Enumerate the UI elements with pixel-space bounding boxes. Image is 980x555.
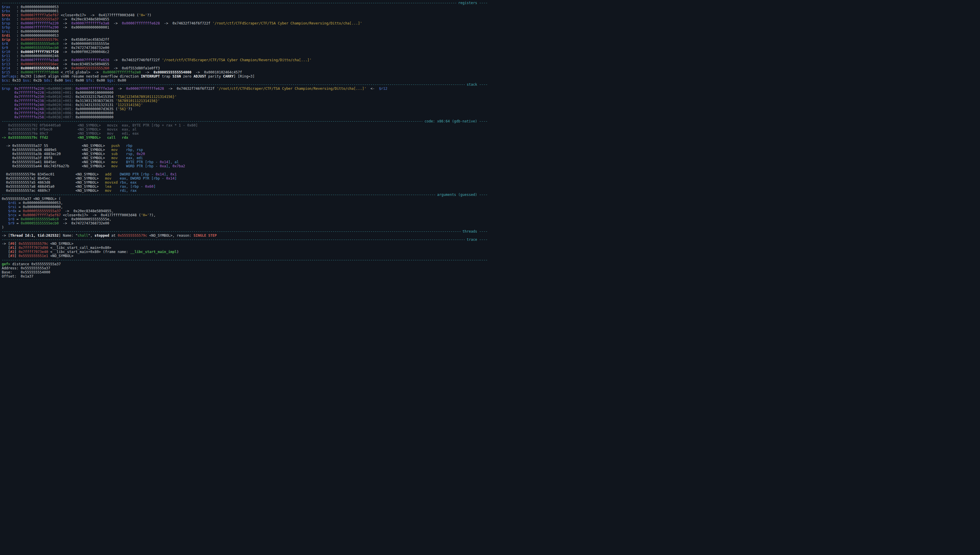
register-row: $rip : 0x000055555555579c -> 0x458b01ec4…	[2, 38, 488, 42]
separator-dashes-tail	[479, 192, 488, 197]
separator-dashes	[2, 1, 456, 5]
current-instruction-line: -> 0x55555555579c ffd2 <NO_SYMBOL> call …	[2, 136, 488, 140]
trace-frame-row: [#2] 0x7ffff7973e40 <__libc_start_main+0…	[2, 250, 488, 254]
terminal-output: registers $rax : 0x0000000000000053$rbx …	[0, 0, 490, 278]
code-line: 0x555555555a41 8845ec <NO_SYMBOL> mov BY…	[2, 160, 488, 164]
trace-frame-row: [#1] 0x7ffff7973d90 <__libc_start_call_m…	[2, 246, 488, 250]
separator-dashes-tail	[479, 258, 488, 262]
trace-frame-row: -> [#0] 0x55555555579c <NO_SYMBOL>	[2, 242, 488, 246]
console-output-line: Address: 0x555555555a37	[2, 266, 488, 270]
separator-dashes	[2, 237, 464, 242]
trace-panel: -> [#0] 0x55555555579c <NO_SYMBOL> [#1] …	[2, 242, 488, 258]
register-row: $r10 : 0x00007ffff7957f20 -> 0x000f00220…	[2, 50, 488, 54]
gef-prompt-line[interactable]: gef> distance 0x555555555a37	[2, 262, 488, 266]
code-panel: 0x555555555792 0fb64405a0 <NO_SYMBOL> mo…	[2, 123, 488, 192]
register-row: $rdi : 0x0000000000000053	[2, 34, 488, 38]
register-row: $r9 : 0x000055555555ecb0 -> 0x7472747368…	[2, 46, 488, 50]
prompt-panel: gef> distance 0x555555555a37Address: 0x5…	[2, 262, 488, 278]
argument-row: $rcx = 0x00007ffff7a5ef67 <close+0x17> -…	[2, 213, 488, 217]
stack-row: 0x7fffffffe238|+0x0018|+003: 0x313031393…	[2, 99, 488, 103]
section-separator-arguments: arguments (guessed)	[2, 192, 488, 197]
stack-row: 0x7fffffffe248|+0x0028|+005: 0x000000000…	[2, 107, 488, 111]
code-line	[2, 140, 488, 144]
code-line: 0x555555555797 0fbec0 <NO_SYMBOL> movsx …	[2, 127, 488, 132]
code-line: 0x555555555792 0fb64405a0 <NO_SYMBOL> mo…	[2, 123, 488, 127]
register-row: $r8 : 0x000055555555e6c0 -> 0x0000000555…	[2, 42, 488, 46]
register-row: $eflags: 0x293 [ident align vx86 resume …	[2, 74, 488, 79]
separator-label-registers: registers	[456, 1, 479, 5]
code-line: 0x555555555a3b 4883ec20 <NO_SYMBOL> sub …	[2, 152, 488, 156]
trace-frame-row: [#3] 0x5555555551e1 <NO_SYMBOL>	[2, 254, 488, 258]
register-row: $rsp : 0x00007fffffffe220 -> 0x00007ffff…	[2, 21, 488, 26]
separator-dashes-tail	[479, 237, 488, 242]
separator-label-threads: threads	[461, 229, 479, 234]
code-line: 0x55555555579a 89c7 <NO_SYMBOL> mov edi,…	[2, 132, 488, 136]
separator-dashes-tail	[479, 1, 488, 5]
stack-panel: $rsp 0x7fffffffe220|+0x0000|+000: 0x0000…	[2, 87, 488, 119]
separator-dashes-tail	[479, 229, 488, 234]
stack-row: 0x7fffffffe258|+0x0038|+007: 0x000000000…	[2, 115, 488, 119]
separator-dashes	[2, 82, 464, 87]
code-line: 0x5555555557a2 8b45ec <NO_SYMBOL> mov ea…	[2, 176, 488, 180]
code-line: 0x555555555a38 4889e5 <NO_SYMBOL> mov rb…	[2, 148, 488, 152]
code-line: 0x555555555a44 66c745f6a27b <NO_SYMBOL> …	[2, 164, 488, 168]
separator-label-code: code: x86:64 (gdb-native)	[423, 119, 479, 123]
console-output-line: Offset: 0x1a37	[2, 274, 488, 278]
code-line: 0x55555555579e 8345ec01 <NO_SYMBOL> add …	[2, 172, 488, 176]
code-line	[2, 168, 488, 172]
argument-row: $rdi = 0x0000000000000053,	[2, 201, 488, 205]
register-row: $rcx : 0x00007ffff7a5ef67 <close+0x17> -…	[2, 13, 488, 17]
register-row: $r13 : 0x00005555555556ec -> 0xec834853e…	[2, 62, 488, 66]
argument-row: 0x555555555a37 <NO_SYMBOL> (	[2, 197, 488, 201]
thread-row: -> [Thread Id:1, tid:202532] Name: "chal…	[2, 234, 488, 237]
separator-dashes	[2, 192, 435, 197]
arguments-panel: 0x555555555a37 <NO_SYMBOL> ( $rdi = 0x00…	[2, 197, 488, 229]
code-line: 0x5555555557a8 488d45a0 <NO_SYMBOL> lea …	[2, 184, 488, 189]
argument-row: $r8 = 0x000055555555e6c0 -> 0x0000000555…	[2, 217, 488, 221]
register-row: $rbp : 0x00007fffffffe290 -> 0x000000000…	[2, 26, 488, 29]
register-row: $cs: 0x33 $ss: 0x2b $ds: 0x00 $es: 0x00 …	[2, 79, 488, 82]
separator-dashes	[2, 119, 423, 123]
register-row: $r14 : 0x000055555555bdc8 -> 0x000055555…	[2, 66, 488, 70]
separator-dashes-tail	[479, 82, 488, 87]
gef-terminal[interactable]: { "palette": { "background": "#10151d", …	[0, 0, 490, 278]
threads-panel: -> [Thread Id:1, tid:202532] Name: "chal…	[2, 234, 488, 237]
argument-row: $rsi = 0x0000000000000000,	[2, 205, 488, 209]
registers-panel: $rax : 0x0000000000000053$rbx : 0x000000…	[2, 5, 488, 82]
section-separator-code: code: x86:64 (gdb-native)	[2, 119, 488, 123]
section-separator-stack: stack	[2, 82, 488, 87]
console-output-line: Base: 0x555555554000	[2, 270, 488, 274]
code-line: 0x5555555557ac 4889c7 <NO_SYMBOL> mov rd…	[2, 189, 488, 192]
register-row: $rdx : 0x0000555555555a37 -> 0x20ec8348e…	[2, 17, 488, 21]
register-row: $rbx : 0x0000000000000001	[2, 9, 488, 13]
register-row: $r15 : 0x00007ffff7ffd040 <_rtld_global>…	[2, 70, 488, 74]
separator-label-trace: trace	[464, 237, 479, 242]
code-line: -> 0x555555555a37 55 <NO_SYMBOL> push rb…	[2, 144, 488, 148]
section-separator-threads: threads	[2, 229, 488, 234]
argument-row: )	[2, 225, 488, 229]
argument-row: $r9 = 0x000055555555ecb0 -> 0x7472747368…	[2, 221, 488, 225]
separator-label-stack: stack	[464, 82, 479, 87]
section-separator-plain	[2, 258, 488, 262]
section-separator-registers: registers	[2, 1, 488, 5]
code-line: 0x555555555a3f 89f8 <NO_SYMBOL> mov eax,…	[2, 156, 488, 160]
register-row: $r11 : 0x0000000000000246	[2, 54, 488, 58]
stack-row: 0x7fffffffe230|+0x0010|+002: 0x343332317…	[2, 95, 488, 99]
separator-dashes	[2, 229, 461, 234]
register-row: $rax : 0x0000000000000053	[2, 5, 488, 9]
stack-row: $rsp 0x7fffffffe220|+0x0000|+000: 0x0000…	[2, 87, 488, 91]
stack-row: 0x7fffffffe250|+0x0030|+006: 0x000000000…	[2, 111, 488, 115]
section-separator-trace: trace	[2, 237, 488, 242]
code-line: 0x5555555557a5 4863d8 <NO_SYMBOL> movsxd…	[2, 180, 488, 184]
register-row: $r12 : 0x00007fffffffe3a8 -> 0x00007ffff…	[2, 58, 488, 62]
argument-row: $rdx = 0x0000555555555a37 -> 0x20ec8348e…	[2, 209, 488, 213]
stack-row: 0x7fffffffe240|+0x0020|+004: 0x313431333…	[2, 103, 488, 107]
separator-label-arguments: arguments (guessed)	[435, 192, 479, 197]
separator-dashes-tail	[479, 119, 488, 123]
separator-dashes	[2, 258, 479, 262]
stack-row: 0x7fffffffe228|+0x0008|+001: 0x000000010…	[2, 91, 488, 95]
register-row: $rsi : 0x0000000000000000	[2, 29, 488, 34]
